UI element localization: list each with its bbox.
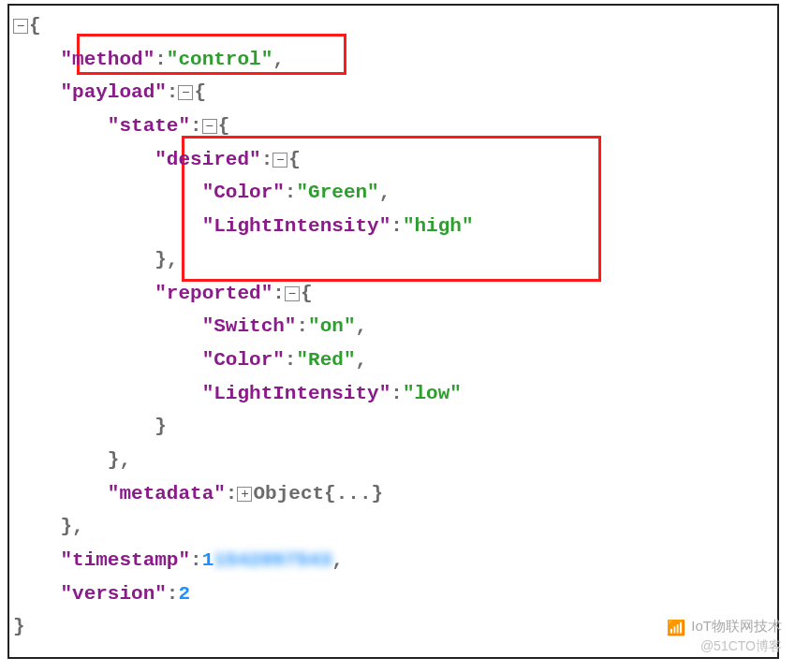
json-line: "state":−{ — [13, 110, 772, 143]
collapse-icon[interactable]: − — [202, 119, 217, 134]
json-number: 2 — [178, 583, 190, 605]
object-ellipsis: {...} — [324, 483, 383, 504]
json-key: "reported" — [155, 283, 272, 304]
json-line: "Color":"Red", — [13, 343, 772, 377]
json-line: "metadata":+Object{...} — [13, 477, 772, 511]
redacted-number: 1542097543 — [213, 544, 331, 577]
json-key: "Switch" — [202, 315, 297, 337]
json-line: "method":"control", — [13, 43, 772, 77]
object-label: Object — [253, 483, 324, 504]
json-string: "on" — [308, 315, 355, 337]
json-key: "state" — [108, 115, 190, 137]
json-line: }, — [13, 510, 772, 544]
json-line: "Switch":"on", — [13, 310, 772, 343]
json-line: } — [13, 410, 772, 444]
json-key: "metadata" — [108, 483, 226, 504]
json-key: "payload" — [60, 81, 166, 103]
json-string: "Green" — [296, 182, 378, 203]
json-line: "LightIntensity":"high" — [13, 210, 772, 243]
json-viewer-frame: −{ "method":"control", "payload":−{ "sta… — [7, 4, 779, 659]
json-line: "Color":"Green", — [13, 176, 772, 210]
json-line: "timestamp":11542097543, — [13, 544, 772, 577]
json-line: "payload":−{ — [13, 76, 772, 110]
json-key: "LightIntensity" — [202, 215, 391, 237]
expand-icon[interactable]: + — [237, 487, 252, 502]
json-key: "version" — [60, 583, 166, 605]
json-line: }, — [13, 243, 772, 277]
json-string: "high" — [403, 215, 474, 237]
json-line: "desired":−{ — [13, 143, 772, 177]
collapse-icon[interactable]: − — [285, 286, 300, 301]
json-key: "Color" — [202, 182, 285, 203]
collapse-icon[interactable]: − — [178, 85, 193, 100]
json-key: "desired" — [155, 149, 260, 170]
json-string: "low" — [403, 383, 462, 404]
json-string: "Red" — [296, 349, 355, 371]
json-line: "version":2 — [13, 577, 772, 611]
collapse-icon[interactable]: − — [272, 153, 287, 168]
collapse-icon[interactable]: − — [13, 19, 28, 34]
json-key: "Color" — [202, 349, 285, 371]
json-string: "control" — [167, 49, 272, 70]
json-line: }, — [13, 444, 772, 477]
json-line: −{ — [13, 9, 772, 43]
json-key: "method" — [60, 49, 155, 70]
json-line: } — [13, 610, 772, 644]
json-line: "LightIntensity":"low" — [13, 377, 772, 411]
json-key: "timestamp" — [60, 549, 190, 571]
json-line: "reported":−{ — [13, 277, 772, 311]
json-key: "LightIntensity" — [202, 383, 391, 404]
